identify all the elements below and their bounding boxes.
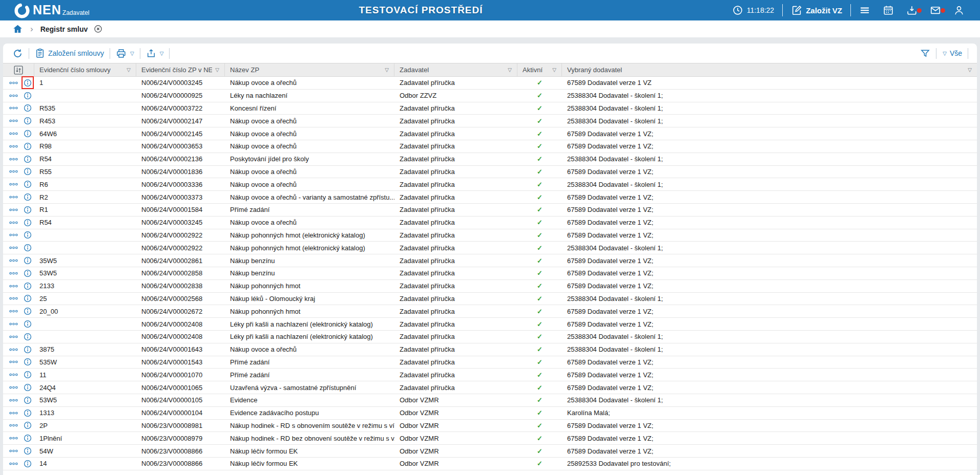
table-row[interactable]: N006/24/V00002922 Nákup pohonných hmot (… xyxy=(3,229,977,242)
row-menu-icon[interactable] xyxy=(9,119,18,123)
row-info-icon[interactable] xyxy=(24,371,32,379)
filter-icon[interactable]: ▽ xyxy=(212,67,219,73)
row-menu-icon[interactable] xyxy=(9,373,18,377)
row-menu-icon[interactable] xyxy=(9,195,18,199)
create-contract-button[interactable]: Založení smlouvy xyxy=(31,48,108,58)
table-row[interactable]: R54 N006/24/V00002136 Poskytování jídel … xyxy=(3,153,977,166)
table-row[interactable]: R1 N006/24/V00001584 Přímé zadání Zadava… xyxy=(3,204,977,217)
row-menu-icon[interactable] xyxy=(9,271,18,275)
row-menu-icon[interactable] xyxy=(9,157,18,161)
row-menu-icon[interactable] xyxy=(9,94,18,98)
row-menu-icon[interactable] xyxy=(9,106,18,110)
table-row[interactable]: 1 N006/24/V00003245 Nákup ovoce a ořechů… xyxy=(3,77,977,90)
row-info-icon[interactable] xyxy=(24,320,32,328)
table-row[interactable]: 2133 N006/24/V00002838 Nákup pohonných h… xyxy=(3,280,977,293)
row-menu-icon[interactable] xyxy=(9,398,18,402)
table-row[interactable]: R55 N006/24/V00001836 Nákup ovoce a ořec… xyxy=(3,166,977,179)
row-menu-icon[interactable] xyxy=(9,169,18,174)
row-info-icon[interactable] xyxy=(24,294,32,303)
print-dropdown-icon[interactable]: ▽ xyxy=(130,51,134,56)
table-row[interactable]: N006/24/V00002408 Léky při kašli a nachl… xyxy=(3,331,977,343)
table-row[interactable]: N006/24/V00000925 Léky na nachlazení Odb… xyxy=(3,90,977,102)
row-info-icon[interactable] xyxy=(24,358,32,366)
table-row[interactable]: R453 N006/24/V00002147 Nákup ovoce a oře… xyxy=(3,115,977,127)
row-info-icon[interactable] xyxy=(24,180,32,188)
row-info-icon[interactable] xyxy=(24,396,32,404)
export-dropdown-icon[interactable]: ▽ xyxy=(160,51,164,56)
row-info-icon[interactable] xyxy=(24,219,32,227)
row-info-icon[interactable] xyxy=(24,92,32,100)
filter-icon[interactable]: ▽ xyxy=(123,67,131,73)
row-menu-icon[interactable] xyxy=(9,335,18,339)
row-menu-icon[interactable] xyxy=(9,81,18,85)
row-info-icon[interactable] xyxy=(24,282,32,290)
row-info-icon[interactable] xyxy=(24,333,32,341)
column-settings-button[interactable] xyxy=(3,63,34,76)
row-menu-icon[interactable] xyxy=(9,182,18,186)
row-info-icon[interactable] xyxy=(24,460,32,468)
column-header-cislo-zp-nen[interactable]: Evidenční číslo ZP v NEN ▽ xyxy=(136,63,225,76)
print-button[interactable]: ▽ xyxy=(112,48,138,59)
column-header-aktivni[interactable]: Aktivní ▽ xyxy=(517,63,562,76)
table-row[interactable]: R2 N006/24/V00003373 Nákup ovoce a ořech… xyxy=(3,191,977,204)
row-info-icon[interactable] xyxy=(24,383,32,392)
row-menu-icon[interactable] xyxy=(9,309,18,313)
row-menu-icon[interactable] xyxy=(9,233,18,237)
row-info-icon[interactable] xyxy=(24,79,32,87)
row-info-icon[interactable] xyxy=(24,155,32,163)
row-menu-icon[interactable] xyxy=(9,284,18,288)
row-menu-icon[interactable] xyxy=(9,385,18,390)
table-row[interactable]: 54W N006/23/V00008866 Nákup léčiv formou… xyxy=(3,445,977,458)
column-header-nazev-zp[interactable]: Název ZP ▽ xyxy=(225,63,394,76)
row-menu-icon[interactable] xyxy=(9,411,18,415)
calendar-button[interactable] xyxy=(877,5,900,16)
row-info-icon[interactable] xyxy=(24,244,32,252)
home-icon[interactable] xyxy=(12,24,23,34)
row-info-icon[interactable] xyxy=(24,409,32,417)
table-row[interactable]: 1313 N006/24/V00000104 Evidence zadávací… xyxy=(3,407,977,420)
close-tab-icon[interactable] xyxy=(94,25,102,33)
row-menu-icon[interactable] xyxy=(9,436,18,440)
row-menu-icon[interactable] xyxy=(9,296,18,300)
filter-scope-select[interactable]: ▽ Vše xyxy=(938,49,966,57)
row-info-icon[interactable] xyxy=(24,269,32,277)
row-info-icon[interactable] xyxy=(24,231,32,239)
row-menu-icon[interactable] xyxy=(9,208,18,212)
row-info-icon[interactable] xyxy=(24,346,32,354)
table-row[interactable]: R54 N006/24/V00003245 Nákup ovoce a ořec… xyxy=(3,217,977,229)
table-row[interactable]: 53W5 N006/24/V00002858 Nákup benzínu Zad… xyxy=(3,267,977,280)
menu-button[interactable] xyxy=(853,5,877,16)
row-menu-icon[interactable] xyxy=(9,449,18,453)
table-row[interactable]: R535 N006/24/V00003722 Koncesní řízení Z… xyxy=(3,102,977,115)
row-menu-icon[interactable] xyxy=(9,462,18,466)
filter-icon[interactable]: ▽ xyxy=(965,67,972,73)
column-header-cislo-smlouvy[interactable]: Evidenční číslo smlouvy ▽ xyxy=(34,63,136,76)
downloads-button[interactable] xyxy=(900,5,924,16)
row-menu-icon[interactable] xyxy=(9,348,18,352)
filter-button[interactable] xyxy=(916,48,934,58)
row-menu-icon[interactable] xyxy=(9,132,18,136)
row-menu-icon[interactable] xyxy=(9,360,18,364)
export-button[interactable]: ▽ xyxy=(142,48,168,58)
table-row[interactable]: 24Q4 N006/24/V00001065 Uzavřená výzva - … xyxy=(3,381,977,394)
row-info-icon[interactable] xyxy=(24,104,32,112)
create-vz-button[interactable]: Založit VZ xyxy=(785,5,848,16)
table-row[interactable]: 20_00 N006/24/V00002672 Nákup pohonných … xyxy=(3,305,977,318)
table-row[interactable]: N006/24/V00002408 Léky při kašli a nachl… xyxy=(3,318,977,331)
table-row[interactable]: 11 N006/24/V00001070 Přímé zadání Zadava… xyxy=(3,369,977,381)
table-row[interactable]: 35W5 N006/24/V00002861 Nákup benzínu Zad… xyxy=(3,254,977,267)
row-menu-icon[interactable] xyxy=(9,246,18,250)
table-row[interactable]: R6 N006/24/V00003336 Nákup ovoce a ořech… xyxy=(3,178,977,191)
table-row[interactable]: 53W5 N006/24/V00000105 Evidence Odbor VZ… xyxy=(3,394,977,407)
table-row[interactable]: 25 N006/24/V00002568 Nákup léků - Olomou… xyxy=(3,293,977,306)
table-row[interactable]: 1Plnění N006/23/V00008979 Nákup hodinek … xyxy=(3,432,977,445)
filter-icon[interactable]: ▽ xyxy=(549,67,556,73)
row-menu-icon[interactable] xyxy=(9,258,18,263)
column-header-zadavatel[interactable]: Zadavatel ▽ xyxy=(394,63,517,76)
row-menu-icon[interactable] xyxy=(9,221,18,225)
table-row[interactable]: R98 N006/24/V00003653 Nákup ovoce a ořec… xyxy=(3,140,977,153)
row-info-icon[interactable] xyxy=(24,434,32,442)
row-info-icon[interactable] xyxy=(24,421,32,429)
row-menu-icon[interactable] xyxy=(9,322,18,326)
table-row[interactable]: 64W6 N006/24/V00002145 Nákup ovoce a oře… xyxy=(3,127,977,140)
